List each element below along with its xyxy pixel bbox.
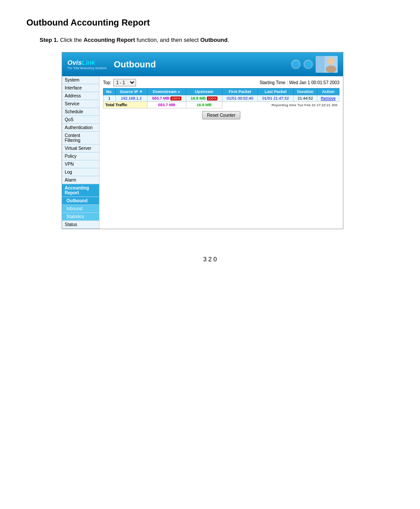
top-controls: Top: 1 - 1 1 - 5 1 - 10 Starting Time : … xyxy=(103,79,339,86)
sidebar-item-log[interactable]: Log xyxy=(62,168,99,176)
step1-text: Step 1. Click the Accounting Report func… xyxy=(40,37,394,43)
logo-block: OvisLink The Total Networking Solutions xyxy=(67,59,107,70)
col-no: No. xyxy=(103,89,116,95)
page-container: Outbound Accounting Report Step 1. Click… xyxy=(0,0,420,280)
data-table: No. Source IP ▼ Downstream Upstream Firs… xyxy=(103,88,339,108)
sidebar-item-interface[interactable]: Interface xyxy=(62,84,99,92)
cell-first-packet: 01/01 00:02:40 xyxy=(222,95,258,102)
downstream-value: 583.7 MB xyxy=(152,96,169,100)
top-left: Top: 1 - 1 1 - 5 1 - 10 xyxy=(103,79,136,86)
cell-upstream: 16.9 MB 100% xyxy=(186,95,222,102)
browser-frame: OvisLink The Total Networking Solutions … xyxy=(62,52,343,229)
cell-action[interactable]: Remove xyxy=(317,95,339,102)
cell-duration: 21:44:52 xyxy=(294,95,317,102)
remove-link[interactable]: Remove xyxy=(321,96,336,100)
cell-downstream: 583.7 MB 100% xyxy=(147,95,186,102)
sidebar-item-alarm[interactable]: Alarm xyxy=(62,176,99,184)
sidebar-item-status[interactable]: Status xyxy=(62,221,99,229)
total-row: Total Traffic 583.7 MB 16.9 MB Reporting… xyxy=(103,102,339,108)
page-footer: 3 2 0 xyxy=(26,256,394,263)
col-action: Action xyxy=(317,89,339,95)
sidebar-item-address[interactable]: Address xyxy=(62,92,99,100)
step1-bold1: Accounting Report xyxy=(84,37,135,43)
starting-time: Starting Time : Wed Jan 1 00:01:57 2003 xyxy=(259,80,339,85)
total-upstream: 16.9 MB xyxy=(186,102,222,108)
col-source-ip[interactable]: Source IP ▼ xyxy=(115,89,147,95)
logo-link: Link xyxy=(82,59,96,66)
ovislink-logo: OvisLink xyxy=(67,59,107,67)
col-downstream[interactable]: Downstream xyxy=(147,89,186,95)
cell-no: 1 xyxy=(103,95,116,102)
col-last-packet: Last Packet xyxy=(258,89,294,95)
table-row: 1 192.168.1.2 583.7 MB 100% 16.9 MB 100%… xyxy=(103,95,339,102)
sidebar-item-qos[interactable]: QoS xyxy=(62,116,99,124)
globe-icon-2[interactable]: 🌐 xyxy=(303,59,313,69)
step1-text-part1: Click the xyxy=(60,37,83,43)
sidebar-item-content-filtering[interactable]: Content Filtering xyxy=(62,132,99,145)
sidebar-item-policy[interactable]: Policy xyxy=(62,152,99,160)
sidebar-item-system[interactable]: System xyxy=(62,76,99,84)
logo-ovis: Ovis xyxy=(67,59,82,66)
reset-btn-container: Reset Counter xyxy=(103,111,339,119)
page-number: 3 2 0 xyxy=(203,256,217,263)
reset-counter-button[interactable]: Reset Counter xyxy=(202,111,240,119)
total-downstream-val: 583.7 MB xyxy=(158,103,175,107)
step1-label: Step 1. xyxy=(40,37,59,43)
globe-icon-1[interactable]: 🌐 xyxy=(291,59,301,69)
sidebar-item-virtual-server[interactable]: Virtual Server xyxy=(62,145,99,152)
sidebar-item-authentication[interactable]: Authentication xyxy=(62,124,99,132)
sidebar-item-outbound[interactable]: Outbound xyxy=(62,197,99,205)
page-title: Outbound Accounting Report xyxy=(26,18,394,28)
step1-bold2: Outbound xyxy=(200,37,228,43)
top-select[interactable]: 1 - 1 1 - 5 1 - 10 xyxy=(113,79,136,86)
col-upstream: Upstream xyxy=(186,89,222,95)
svg-point-2 xyxy=(326,66,336,73)
reporting-text: Reporting time Tue Feb 22 17:22:21 200 xyxy=(222,102,339,108)
browser-body: System Interface Address Service Schedul… xyxy=(62,76,343,229)
svg-rect-3 xyxy=(316,56,324,73)
total-label: Total Traffic xyxy=(103,102,147,108)
upstream-value: 16.9 MB xyxy=(191,96,206,100)
header-photo xyxy=(316,56,338,73)
main-panel: Top: 1 - 1 1 - 5 1 - 10 Starting Time : … xyxy=(99,76,343,229)
header-left: OvisLink The Total Networking Solutions … xyxy=(67,59,156,70)
col-first-packet: First Packet xyxy=(222,89,258,95)
header-page-title: Outbound xyxy=(114,59,156,70)
top-label: Top: xyxy=(103,80,111,85)
logo-tagline: The Total Networking Solutions xyxy=(67,67,107,70)
total-upstream-val: 16.9 MB xyxy=(197,103,212,107)
svg-point-1 xyxy=(328,57,335,65)
step1-period: . xyxy=(228,37,229,43)
upstream-pct: 100% xyxy=(207,97,217,100)
sidebar-item-statistics[interactable]: Statistics xyxy=(62,213,99,221)
header-icons: 🌐 🌐 xyxy=(291,56,338,73)
sidebar-item-accounting-report[interactable]: Accounting Report xyxy=(62,184,99,197)
sidebar-item-service[interactable]: Service xyxy=(62,100,99,108)
downstream-pct: 100% xyxy=(170,97,181,100)
cell-last-packet: 01/01 21:47:32 xyxy=(258,95,294,102)
total-downstream: 583.7 MB xyxy=(147,102,186,108)
cell-source-ip: 192.168.1.2 xyxy=(115,95,147,102)
sidebar-item-vpn[interactable]: VPN xyxy=(62,160,99,168)
browser-header: OvisLink The Total Networking Solutions … xyxy=(62,52,343,76)
step1-text-part2: function, and then select xyxy=(135,37,200,43)
col-duration: Duration xyxy=(294,89,317,95)
sidebar-item-inbound[interactable]: Inbound xyxy=(62,205,99,213)
sidebar-item-schedule[interactable]: Schedule xyxy=(62,108,99,116)
sidebar: System Interface Address Service Schedul… xyxy=(62,76,99,229)
